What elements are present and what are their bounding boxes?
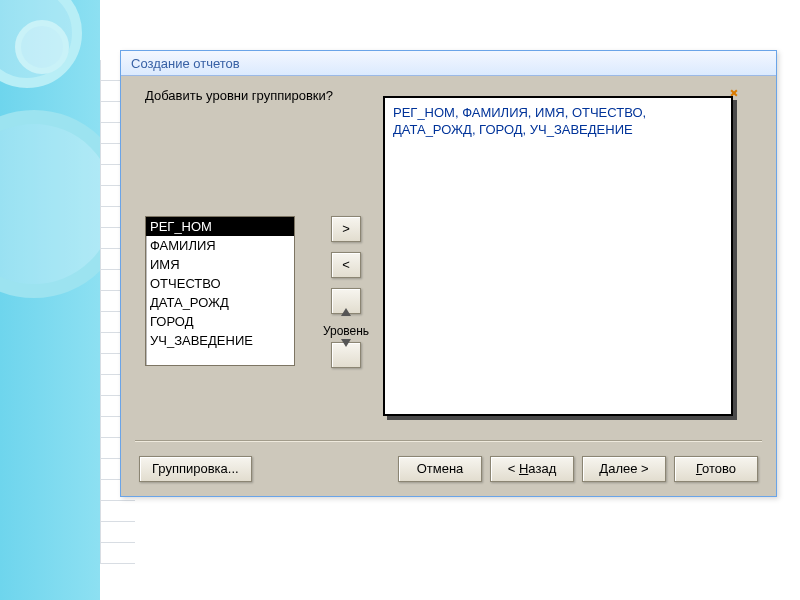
wizard-window: Создание отчетов Добавить уровни группир… [120, 50, 777, 497]
list-item[interactable]: РЕГ_НОМ [146, 217, 294, 236]
window-title: Создание отчетов [131, 56, 240, 71]
back-button[interactable]: < Назад [490, 456, 574, 482]
add-level-button[interactable]: > [331, 216, 361, 242]
grouping-preview-pane: РЕГ_НОМ, ФАМИЛИЯ, ИМЯ, ОТЧЕСТВО, ДАТА_РО… [383, 96, 733, 416]
priority-label: Уровень [311, 324, 381, 338]
list-item[interactable]: ОТЧЕСТВО [146, 274, 294, 293]
decorative-bubble-stripe [0, 0, 100, 600]
priority-down-button[interactable] [331, 342, 361, 368]
wizard-button-row: Группировка... Отмена < Назад Далее > Го… [121, 456, 776, 482]
arrow-down-icon [341, 339, 351, 362]
list-item[interactable]: ФАМИЛИЯ [146, 236, 294, 255]
grouping-options-button[interactable]: Группировка... [139, 456, 252, 482]
grouping-prompt: Добавить уровни группировки? [145, 88, 333, 103]
finish-button[interactable]: Готово [674, 456, 758, 482]
decorative-bubble [15, 20, 69, 74]
button-separator [135, 440, 762, 442]
arrow-up-icon [341, 293, 351, 316]
preview-text-line: РЕГ_НОМ, ФАМИЛИЯ, ИМЯ, ОТЧЕСТВО, [393, 104, 723, 121]
next-button[interactable]: Далее > [582, 456, 666, 482]
cancel-button[interactable]: Отмена [398, 456, 482, 482]
priority-up-button[interactable] [331, 288, 361, 314]
list-item[interactable]: ИМЯ [146, 255, 294, 274]
mid-button-column: > < Уровень [311, 216, 381, 378]
window-titlebar[interactable]: Создание отчетов [121, 51, 776, 76]
list-item[interactable]: ДАТА_РОЖД [146, 293, 294, 312]
fields-listbox[interactable]: РЕГ_НОМФАМИЛИЯИМЯОТЧЕСТВОДАТА_РОЖДГОРОДУ… [145, 216, 295, 366]
list-item[interactable]: УЧ_ЗАВЕДЕНИЕ [146, 331, 294, 350]
preview-text-line: ДАТА_РОЖД, ГОРОД, УЧ_ЗАВЕДЕНИЕ [393, 121, 723, 138]
dialog-body: Добавить уровни группировки? РЕГ_НОМФАМИ… [121, 76, 776, 496]
remove-level-button[interactable]: < [331, 252, 361, 278]
list-item[interactable]: ГОРОД [146, 312, 294, 331]
